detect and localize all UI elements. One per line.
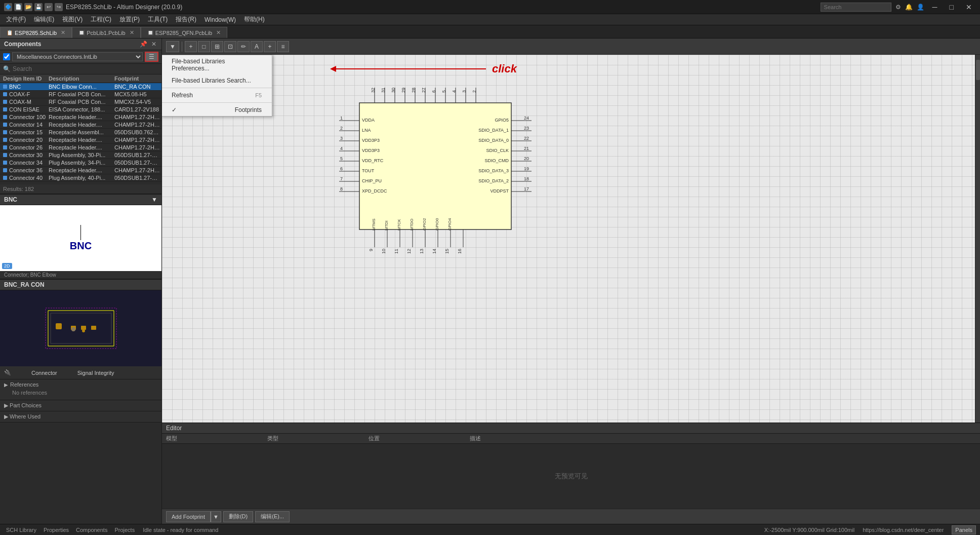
menu-report[interactable]: 报告(R) bbox=[172, 14, 200, 25]
component-row-4[interactable]: Connector 100Receptacle Header....CHAMP1… bbox=[0, 113, 161, 121]
text-button[interactable]: A bbox=[251, 41, 263, 52]
maximize-button[interactable]: □ bbox=[946, 2, 958, 12]
component-row-12[interactable]: Connector 40Plug Assembly, 40-Pi...050DS… bbox=[0, 174, 161, 182]
filter-button[interactable]: ▼ bbox=[166, 41, 179, 52]
library-dropdown[interactable]: Miscellaneous Connectors.IntLib bbox=[12, 52, 143, 61]
component-row-1[interactable]: COAX-FRF Coaxial PCB Con...MCX5.08-H5 bbox=[0, 91, 161, 98]
comp-footprint-0: BNC_RA CON bbox=[114, 84, 160, 90]
add-footprint-button[interactable]: Add Footprint bbox=[166, 511, 211, 522]
editor-panel: Editor 模型 类型 位置 描述 无预览可见 Add Footprint ▼… bbox=[162, 423, 980, 524]
status-tab-properties[interactable]: Properties bbox=[42, 527, 71, 533]
comp-desc-11: Receptacle Header.... bbox=[49, 167, 114, 173]
bell-icon[interactable]: 🔔 bbox=[905, 4, 913, 11]
menu-edit[interactable]: 编辑(E) bbox=[30, 14, 58, 25]
comp-desc-5: Receptacle Header.... bbox=[49, 122, 114, 128]
menu-help[interactable]: 帮助(H) bbox=[240, 14, 269, 25]
references-toggle[interactable]: ▶ References bbox=[4, 381, 157, 388]
schematic-canvas[interactable]: File-based Libraries Preferences... File… bbox=[162, 55, 980, 423]
part-choices-section[interactable]: ▶ Part Choices bbox=[0, 400, 161, 411]
col-description[interactable]: Description bbox=[49, 75, 114, 82]
menu-project[interactable]: 工程(C) bbox=[87, 14, 115, 25]
component-row-0[interactable]: BNCBNC Elbow Conn...BNC_RA CON bbox=[0, 83, 161, 91]
dropdown-refresh[interactable]: Refresh F5 bbox=[162, 89, 272, 101]
tab-pcblib2[interactable]: 🔲 ESP8285_QFN.PcbLib ✕ bbox=[141, 27, 228, 38]
component-row-6[interactable]: Connector 15Receptacle Assembl...050DSUB… bbox=[0, 129, 161, 136]
status-tab-components[interactable]: Components bbox=[74, 527, 109, 533]
bnc-text: BNC bbox=[70, 240, 92, 252]
add-pin-button[interactable]: + bbox=[185, 41, 197, 52]
svg-text:MTCK: MTCK bbox=[397, 219, 401, 231]
panel-close-button[interactable]: ✕ bbox=[150, 41, 157, 48]
undo-icon[interactable]: ↩ bbox=[45, 3, 53, 11]
component-row-5[interactable]: Connector 14Receptacle Header....CHAMP1.… bbox=[0, 121, 161, 129]
delete-button[interactable]: 删除(D) bbox=[223, 511, 253, 522]
editor-col-model[interactable]: 模型 bbox=[166, 435, 267, 442]
draw-button[interactable]: ✏ bbox=[237, 41, 250, 52]
col-design-item-id[interactable]: Design Item ID bbox=[3, 75, 49, 82]
dropdown-menu[interactable]: File-based Libraries Preferences... File… bbox=[162, 55, 272, 117]
menu-file[interactable]: 文件(F) bbox=[2, 14, 30, 25]
comp-footprint-11: CHAMP1.27-2H36 bbox=[114, 167, 160, 173]
component-row-10[interactable]: Connector 34Plug Assembly, 34-Pi...050DS… bbox=[0, 159, 161, 167]
tab-close-pcblib1[interactable]: ✕ bbox=[130, 29, 134, 36]
minimize-button[interactable]: ─ bbox=[928, 2, 942, 12]
svg-rect-3 bbox=[81, 326, 86, 330]
plus-button[interactable]: + bbox=[264, 41, 276, 52]
dropdown-file-based-prefs[interactable]: File-based Libraries Preferences... bbox=[162, 55, 272, 74]
new-file-icon[interactable]: 📄 bbox=[14, 3, 22, 11]
editor-col-location[interactable]: 位置 bbox=[369, 435, 470, 442]
app-icon: 🔷 bbox=[4, 3, 12, 11]
component-search-input[interactable] bbox=[13, 65, 158, 72]
menu-window[interactable]: Window(W) bbox=[200, 15, 240, 24]
status-tab-schlib[interactable]: SCH Library bbox=[4, 527, 38, 533]
panel-pin-button[interactable]: 📌 bbox=[139, 41, 148, 48]
preview-expand-icon[interactable]: ▼ bbox=[151, 196, 157, 203]
param-button[interactable]: ≡ bbox=[277, 41, 289, 52]
editor-col-type[interactable]: 类型 bbox=[267, 435, 369, 442]
panels-button[interactable]: Panels bbox=[952, 525, 976, 534]
status-tab-projects[interactable]: Projects bbox=[112, 527, 137, 533]
component-row-8[interactable]: Connector 26Receptacle Header....CHAMP1.… bbox=[0, 144, 161, 151]
open-icon[interactable]: 📂 bbox=[24, 3, 32, 11]
tab-pcblib1[interactable]: 🔲 PcbLib1.PcbLib ✕ bbox=[72, 27, 140, 38]
component-row-11[interactable]: Connector 36Receptacle Header....CHAMP1.… bbox=[0, 167, 161, 174]
tab-close-schlib[interactable]: ✕ bbox=[61, 29, 65, 36]
rect-button[interactable]: □ bbox=[198, 41, 210, 52]
menu-place[interactable]: 放置(P) bbox=[115, 14, 144, 25]
dropdown-file-based-search[interactable]: File-based Libraries Search... bbox=[162, 74, 272, 87]
library-menu-button[interactable]: ☰ bbox=[145, 52, 158, 62]
edit-button[interactable]: 编辑(E)... bbox=[255, 511, 290, 522]
canvas-scrollbar[interactable] bbox=[975, 55, 980, 423]
tab-schlib[interactable]: 📋 ESP8285.SchLib ✕ bbox=[0, 27, 72, 38]
global-search-input[interactable] bbox=[821, 3, 891, 12]
add-footprint-dropdown[interactable]: ▼ bbox=[211, 511, 221, 522]
copy-button[interactable]: ⊞ bbox=[211, 41, 223, 52]
comp-icon-4 bbox=[3, 115, 7, 119]
menu-view[interactable]: 视图(V) bbox=[58, 14, 87, 25]
comp-id-4: Connector 100 bbox=[3, 114, 49, 120]
dropdown-footprints[interactable]: Footprints bbox=[162, 104, 272, 116]
component-row-7[interactable]: Connector 20Receptacle Header....CHAMP1.… bbox=[0, 136, 161, 144]
pin-button[interactable]: ⊡ bbox=[224, 41, 236, 52]
comp-icon-9 bbox=[3, 153, 7, 157]
close-button[interactable]: ✕ bbox=[962, 2, 976, 12]
settings-icon[interactable]: ⚙ bbox=[895, 4, 901, 11]
user-icon[interactable]: 👤 bbox=[917, 4, 924, 11]
save-icon[interactable]: 💾 bbox=[34, 3, 43, 11]
component-row-9[interactable]: Connector 30Plug Assembly, 30-Pi...050DS… bbox=[0, 151, 161, 159]
title-bar-right: ⚙ 🔔 👤 ─ □ ✕ bbox=[821, 2, 976, 12]
editor-col-desc[interactable]: 描述 bbox=[470, 435, 976, 442]
scrollbar-thumb[interactable] bbox=[976, 60, 980, 80]
component-list[interactable]: BNCBNC Elbow Conn...BNC_RA CONCOAX-FRF C… bbox=[0, 83, 161, 184]
library-checkbox[interactable] bbox=[3, 53, 10, 60]
component-row-2[interactable]: COAX-MRF Coaxial PCB Con...MMCX2.54-V5 bbox=[0, 98, 161, 106]
redo-icon[interactable]: ↪ bbox=[55, 3, 63, 11]
tab-close-pcblib2[interactable]: ✕ bbox=[216, 29, 221, 36]
connector-icon: 🔌 bbox=[4, 369, 11, 376]
col-footprint[interactable]: Footprint bbox=[114, 75, 160, 82]
where-used-section[interactable]: ▶ Where Used bbox=[0, 411, 161, 423]
menu-tools[interactable]: 工具(T) bbox=[144, 14, 172, 25]
component-row-3[interactable]: CON EISAEEISA Connector, 188...CARD1.27-… bbox=[0, 106, 161, 113]
comp-icon-0 bbox=[3, 85, 7, 89]
comp-footprint-1: MCX5.08-H5 bbox=[114, 91, 160, 97]
